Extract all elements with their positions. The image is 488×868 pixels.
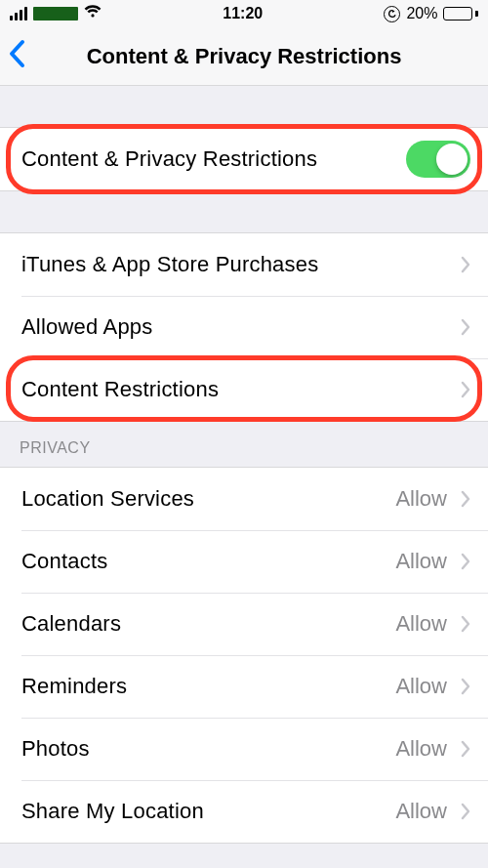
row-share-my-location[interactable]: Share My Location Allow [0, 780, 488, 843]
chevron-right-icon [461, 678, 470, 695]
row-content-restrictions[interactable]: Content Restrictions [0, 358, 488, 421]
chevron-right-icon [461, 256, 470, 273]
row-value: Allow [395, 674, 447, 699]
chevron-right-icon [461, 381, 470, 398]
battery-percentage: 20% [406, 5, 437, 22]
status-right: 20% [384, 5, 478, 22]
row-reminders[interactable]: Reminders Allow [0, 655, 488, 718]
toggle-content-privacy[interactable] [406, 141, 470, 178]
group-privacy: Location Services Allow Contacts Allow C… [0, 467, 488, 844]
row-label: iTunes & App Store Purchases [21, 252, 461, 277]
status-bar: 11:20 20% [0, 0, 488, 27]
row-label: Contacts [21, 549, 395, 574]
row-label: Share My Location [21, 799, 395, 824]
row-label: Location Services [21, 486, 395, 512]
carrier-redacted [33, 7, 78, 21]
row-contacts[interactable]: Contacts Allow [0, 530, 488, 593]
row-location-services[interactable]: Location Services Allow [0, 468, 488, 530]
row-value: Allow [395, 799, 447, 824]
row-itunes-appstore[interactable]: iTunes & App Store Purchases [0, 233, 488, 296]
group-master-toggle: Content & Privacy Restrictions [0, 127, 488, 191]
row-label: Photos [21, 736, 395, 762]
row-label: Reminders [21, 674, 395, 699]
chevron-right-icon [461, 803, 470, 820]
page-title: Content & Privacy Restrictions [87, 44, 402, 69]
row-value: Allow [395, 486, 447, 512]
row-value: Allow [395, 549, 447, 574]
orientation-lock-icon [384, 6, 400, 22]
back-button[interactable] [8, 39, 25, 73]
status-time: 11:20 [223, 5, 263, 22]
cellular-signal-icon [10, 7, 27, 21]
chevron-right-icon [461, 318, 470, 336]
chevron-right-icon [461, 553, 470, 570]
row-content-privacy-restrictions[interactable]: Content & Privacy Restrictions [0, 128, 488, 190]
chevron-right-icon [461, 615, 470, 633]
battery-icon [443, 7, 478, 21]
chevron-right-icon [461, 740, 470, 758]
row-value: Allow [395, 736, 447, 762]
row-allowed-apps[interactable]: Allowed Apps [0, 296, 488, 358]
row-label: Content & Privacy Restrictions [21, 146, 406, 172]
row-label: Content Restrictions [21, 377, 461, 402]
section-header-privacy: PRIVACY [0, 422, 488, 467]
row-label: Allowed Apps [21, 314, 461, 340]
row-label: Calendars [21, 611, 395, 637]
row-calendars[interactable]: Calendars Allow [0, 593, 488, 655]
chevron-right-icon [461, 490, 470, 508]
row-photos[interactable]: Photos Allow [0, 718, 488, 780]
navigation-bar: Content & Privacy Restrictions [0, 27, 488, 86]
group-content-settings: iTunes & App Store Purchases Allowed App… [0, 232, 488, 422]
row-value: Allow [395, 611, 447, 637]
wifi-icon [84, 5, 102, 22]
status-left [10, 5, 102, 22]
